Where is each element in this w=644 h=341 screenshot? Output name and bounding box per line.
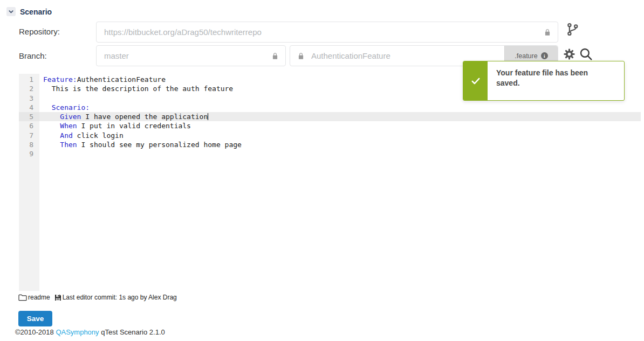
repository-label: Repository: [19, 27, 60, 36]
code-text: This is the description of the auth feat… [43, 85, 233, 93]
line-number: 6 [19, 121, 39, 130]
repository-input[interactable] [97, 27, 558, 37]
footer: ©2010-2018 QASymphony qTest Scenario 2.1… [15, 328, 165, 336]
chevron-down-icon [8, 9, 14, 15]
gherkin-keyword: When [60, 122, 77, 130]
code-text: AuthenticationFeature [77, 75, 166, 83]
line-number: 9 [19, 149, 39, 158]
repository-field [96, 22, 558, 43]
editor-line[interactable]: 9 [19, 149, 641, 158]
qasymphony-link[interactable]: QASymphony [56, 328, 99, 336]
code-text [43, 122, 60, 130]
app-version-text: qTest Scenario 2.1.0 [101, 328, 165, 336]
toast-message: Your feature file has been saved. [488, 61, 609, 100]
branch-label: Branch: [19, 51, 47, 60]
search-icon[interactable] [579, 47, 593, 61]
editor-line[interactable]: 8 Then I should see my personalized home… [19, 140, 641, 149]
code-editor[interactable]: 1Feature:AuthenticationFeature2 This is … [19, 74, 641, 291]
code-text [43, 141, 60, 149]
collapse-section-button[interactable] [6, 7, 16, 16]
lock-icon [544, 29, 551, 38]
feature-file-input[interactable] [305, 51, 504, 60]
text-cursor [208, 113, 208, 120]
line-number: 2 [19, 84, 39, 93]
scenario-section-header: Scenario [6, 7, 52, 16]
code-text [43, 113, 60, 121]
code-line[interactable]: Given I have opened the application [39, 112, 641, 121]
code-line[interactable] [39, 149, 641, 158]
floppy-icon [54, 294, 61, 301]
gherkin-keyword: Given [60, 113, 81, 121]
editor-line[interactable]: 7 And click login [19, 131, 641, 140]
code-line[interactable]: Scenario: [39, 103, 641, 112]
editor-line[interactable]: 6 When I put in valid credentials [19, 121, 641, 130]
code-line[interactable]: Then I should see my personalized home p… [39, 140, 641, 149]
toast-notification: Your feature file has been saved. [463, 61, 625, 101]
editor-line[interactable]: 4 Scenario: [19, 103, 641, 112]
folder-icon [18, 294, 27, 301]
save-button[interactable]: Save [18, 311, 52, 326]
lock-icon [297, 52, 305, 60]
last-commit-text: Last editor commit: 1s ago by Alex Drag [63, 294, 177, 301]
git-branch-icon[interactable] [565, 22, 580, 37]
gear-icon[interactable] [563, 48, 576, 60]
code-text [43, 103, 52, 112]
code-text [43, 131, 60, 140]
code-line[interactable]: And click login [39, 131, 641, 140]
line-number: 4 [19, 103, 39, 112]
code-line[interactable]: When I put in valid credentials [39, 121, 641, 130]
copyright-text: ©2010-2018 [15, 328, 54, 336]
gherkin-keyword: Scenario: [52, 103, 90, 112]
editor-status-line: readme Last editor commit: 1s ago by Ale… [18, 294, 177, 301]
code-text: click login [73, 131, 124, 140]
gherkin-keyword: And [60, 131, 72, 140]
line-number: 5 [19, 112, 39, 121]
code-text: I have opened the application [81, 113, 208, 121]
line-number: 1 [19, 75, 39, 84]
code-text: I put in valid credentials [77, 122, 191, 130]
line-number: 3 [19, 94, 39, 103]
branch-field [96, 45, 286, 66]
branch-input[interactable] [97, 51, 285, 60]
gherkin-keyword: Then [60, 141, 77, 149]
code-text: I should see my personalized home page [77, 141, 242, 149]
line-number: 7 [19, 131, 39, 140]
section-title: Scenario [20, 8, 52, 16]
check-icon [463, 61, 488, 100]
editor-line[interactable]: 5 Given I have opened the application [19, 112, 641, 121]
lock-icon [271, 52, 279, 62]
info-icon[interactable]: i [541, 52, 548, 59]
file-name[interactable]: readme [28, 294, 50, 301]
extension-label: .feature [515, 52, 537, 60]
gherkin-keyword: Feature: [43, 75, 77, 83]
line-number: 8 [19, 140, 39, 149]
